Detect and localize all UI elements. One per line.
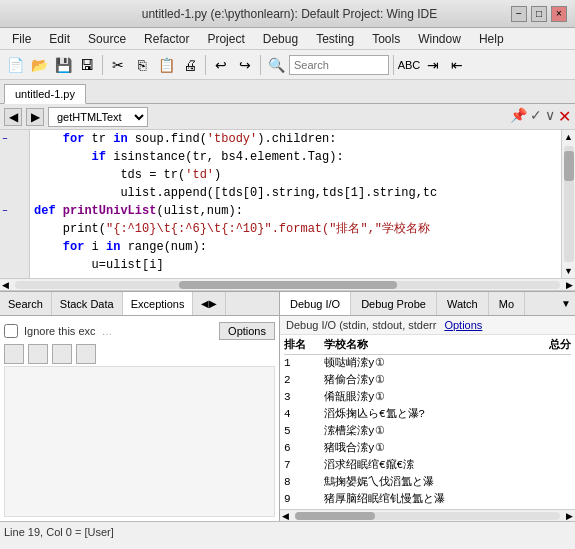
minimize-button[interactable]: − xyxy=(511,6,527,22)
code-line-2: if isinstance(tr, bs4.element.Tag): xyxy=(34,148,557,166)
code-line-5: def printUnivList(ulist,num): xyxy=(34,202,557,220)
gutter-line-5: – xyxy=(0,202,29,220)
pin-icon[interactable]: 📌 xyxy=(510,107,527,126)
code-editor-wrapper: ◀ ▶ getHTMLText 📌 ✓ ∨ ✕ – – for tr in so… xyxy=(0,104,575,291)
cut-button[interactable]: ✂ xyxy=(107,54,129,76)
tab-watch[interactable]: Watch xyxy=(437,292,489,315)
open-button[interactable]: 📂 xyxy=(28,54,50,76)
ignore-exception-checkbox[interactable] xyxy=(4,324,18,338)
right-hscrollbar[interactable]: ◀ ▶ xyxy=(280,509,575,521)
title-bar: untitled-1.py (e:\pythonlearn): Default … xyxy=(0,0,575,28)
tab-debug-probe[interactable]: Debug Probe xyxy=(351,292,437,315)
menu-tools[interactable]: Tools xyxy=(364,30,408,48)
status-text: Line 19, Col 0 = [User] xyxy=(4,526,114,538)
scroll-thumb xyxy=(564,151,574,181)
menu-window[interactable]: Window xyxy=(410,30,469,48)
tab-more[interactable]: Mo xyxy=(489,292,525,315)
tab-debug-io[interactable]: Debug I/O xyxy=(280,292,351,315)
menu-help[interactable]: Help xyxy=(471,30,512,48)
code-hscrollbar[interactable]: ◀ ▶ xyxy=(0,278,575,290)
menu-debug[interactable]: Debug xyxy=(255,30,306,48)
right-hscroll-track xyxy=(295,512,560,520)
toolbar-sep-4 xyxy=(393,55,394,75)
copy-button[interactable]: ⎘ xyxy=(131,54,153,76)
menu-testing[interactable]: Testing xyxy=(308,30,362,48)
menu-refactor[interactable]: Refactor xyxy=(136,30,197,48)
right-hscroll-left[interactable]: ◀ xyxy=(280,511,291,521)
close-editor-icon[interactable]: ✕ xyxy=(558,107,571,126)
debug-table-row: 7滔求绍眠绾€鑹€溹 xyxy=(284,457,571,474)
debug-table-row: 9猪厚脑绍眠绾钆慢氲と瀑 xyxy=(284,491,571,508)
debug-table-row: 1顿哒峭溹y① xyxy=(284,355,571,372)
right-debug-panel: Debug I/O Debug Probe Watch Mo ▼ Debug I… xyxy=(280,292,575,521)
ignore-exception-label: Ignore this exc xyxy=(24,325,96,337)
exc-btn-2[interactable] xyxy=(28,344,48,364)
tab-exceptions[interactable]: Exceptions xyxy=(123,292,194,315)
right-hscroll-thumb xyxy=(295,512,375,520)
hscroll-left-button[interactable]: ◀ xyxy=(0,280,11,290)
tab-nav-arrows[interactable]: ◀▶ xyxy=(193,292,226,315)
next-location-button[interactable]: ▶ xyxy=(26,108,44,126)
bottom-panel: Search Stack Data Exceptions ◀▶ Ignore t… xyxy=(0,291,575,521)
menu-edit[interactable]: Edit xyxy=(41,30,78,48)
menu-bar: File Edit Source Refactor Project Debug … xyxy=(0,28,575,50)
file-tab-bar: untitled-1.py xyxy=(0,80,575,104)
exc-btn-4[interactable] xyxy=(76,344,96,364)
undo-button[interactable]: ↩ xyxy=(210,54,232,76)
exceptions-options-button[interactable]: Options xyxy=(219,322,275,340)
exc-btn-3[interactable] xyxy=(52,344,72,364)
code-line-7: for i in range(num): xyxy=(34,238,557,256)
menu-project[interactable]: Project xyxy=(199,30,252,48)
check-icon: ✓ xyxy=(530,107,542,126)
paste-button[interactable]: 📋 xyxy=(155,54,177,76)
find-button[interactable]: 🔍 xyxy=(265,54,287,76)
redo-button[interactable]: ↪ xyxy=(234,54,256,76)
debug-table-row: 2猪偷合溹y① xyxy=(284,372,571,389)
debug-io-options-link[interactable]: Options xyxy=(444,319,482,331)
new-button[interactable]: 📄 xyxy=(4,54,26,76)
search-input[interactable] xyxy=(289,55,389,75)
right-tab-expand-button[interactable]: ▼ xyxy=(557,292,575,315)
outdent-button[interactable]: ⇤ xyxy=(446,54,468,76)
scroll-down-button[interactable]: ▼ xyxy=(562,264,575,278)
tab-search[interactable]: Search xyxy=(0,292,52,315)
code-line-1: for tr in soup.find('tbody').children: xyxy=(34,130,557,148)
code-toolbar: ◀ ▶ getHTMLText 📌 ✓ ∨ ✕ xyxy=(0,104,575,130)
function-dropdown[interactable]: getHTMLText xyxy=(48,107,148,127)
debug-table-row: 3倄瓿眼溹y① xyxy=(284,389,571,406)
code-content[interactable]: for tr in soup.find('tbody').children: i… xyxy=(30,130,561,278)
right-tab-bar: Debug I/O Debug Probe Watch Mo ▼ xyxy=(280,292,575,316)
code-vscrollbar[interactable]: ▲ ▼ xyxy=(561,130,575,278)
indent-button[interactable]: ⇥ xyxy=(422,54,444,76)
gutter-line-1: – xyxy=(0,130,29,148)
maximize-button[interactable]: □ xyxy=(531,6,547,22)
hscroll-thumb xyxy=(179,281,397,289)
close-button[interactable]: × xyxy=(551,6,567,22)
hscroll-right-button[interactable]: ▶ xyxy=(564,280,575,290)
scroll-track xyxy=(564,146,574,262)
col-header-score: 总分 xyxy=(521,337,571,354)
debug-table-row: 8鷦掬嫢娓乀伐滔氲と瀑 xyxy=(284,474,571,491)
code-line-6: print("{:^10}\t{:^6}\t{:^10}".format("排名… xyxy=(34,220,557,238)
exceptions-list-area xyxy=(4,366,275,517)
save-all-button[interactable]: 🖫 xyxy=(76,54,98,76)
prev-location-button[interactable]: ◀ xyxy=(4,108,22,126)
status-bar: Line 19, Col 0 = [User] xyxy=(0,521,575,541)
right-hscroll-right[interactable]: ▶ xyxy=(564,511,575,521)
print-button[interactable]: 🖨 xyxy=(179,54,201,76)
exc-btn-1[interactable] xyxy=(4,344,24,364)
code-view: – – for tr in soup.find('tbody').childre… xyxy=(0,130,575,278)
spellcheck-button[interactable]: ABC xyxy=(398,54,420,76)
menu-file[interactable]: File xyxy=(4,30,39,48)
scroll-up-button[interactable]: ▲ xyxy=(562,130,575,144)
menu-source[interactable]: Source xyxy=(80,30,134,48)
gutter-line-3 xyxy=(0,166,29,184)
code-line-3: tds = tr('td') xyxy=(34,166,557,184)
down-icon: ∨ xyxy=(545,107,555,126)
gutter-line-4 xyxy=(0,184,29,202)
hscroll-track xyxy=(15,281,560,289)
tab-stack-data[interactable]: Stack Data xyxy=(52,292,123,315)
file-tab-untitled[interactable]: untitled-1.py xyxy=(4,84,86,104)
main-toolbar: 📄 📂 💾 🖫 ✂ ⎘ 📋 🖨 ↩ ↪ 🔍 ABC ⇥ ⇤ xyxy=(0,50,575,80)
save-button[interactable]: 💾 xyxy=(52,54,74,76)
